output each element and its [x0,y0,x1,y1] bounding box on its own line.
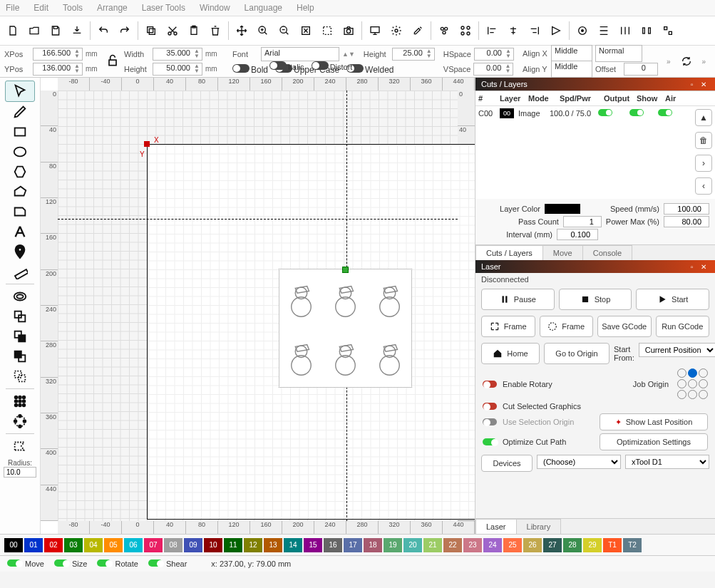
bool-3-icon[interactable] [6,366,34,386]
save-gcode-button[interactable]: Save GCode [597,316,652,337]
undo-icon[interactable] [93,21,113,41]
palette-swatch[interactable]: 12 [244,538,262,552]
polygon-tool-icon[interactable] [6,182,34,202]
offset-input[interactable]: 0 [624,63,658,76]
open-file-icon[interactable] [24,21,44,41]
distribute-1-icon[interactable] [594,21,614,41]
menu-laser-tools[interactable]: Laser Tools [142,3,185,13]
layer-prev-icon[interactable]: ‹ [695,177,712,195]
tab-library[interactable]: Library [516,519,562,534]
ungroup-icon[interactable] [456,21,475,41]
palette-swatch[interactable]: 28 [563,538,582,552]
font-height-input[interactable]: 25.00▲▼ [392,48,435,61]
palette-swatch[interactable]: 23 [463,538,482,552]
zoom-in-icon[interactable] [253,21,273,41]
palette-swatch[interactable]: 15 [304,538,322,552]
measure-tool-icon[interactable] [6,262,34,282]
layer-delete-icon[interactable]: 🗑 [695,132,712,149]
aligny-select[interactable]: Middle [551,61,592,78]
palette-swatch[interactable]: 27 [543,538,562,552]
tools-icon[interactable] [408,21,428,41]
palette-swatch[interactable]: 13 [264,538,282,552]
import-icon[interactable] [67,21,87,41]
status-shear-toggle[interactable] [148,559,163,567]
tab-laser[interactable]: Laser [475,519,517,534]
show-last-button[interactable]: ✦Show Last Position [600,413,708,430]
frame-circle-button[interactable]: Frame [540,316,594,337]
palette-swatch[interactable]: 02 [44,538,63,552]
width-input[interactable]: 35.000▲▼ [153,48,202,61]
marker-tool-icon[interactable] [6,242,34,262]
show-toggle[interactable] [629,109,644,116]
align-2-icon[interactable] [503,21,523,41]
array-grid-icon[interactable] [6,391,34,411]
layer-up-icon[interactable]: ▲ [695,109,712,126]
draw-tool-icon[interactable] [6,102,34,122]
palette-swatch[interactable]: 20 [403,538,422,552]
pass-input[interactable] [563,216,602,227]
startfrom-select[interactable]: Current Position [639,343,715,357]
palette-swatch[interactable]: 03 [64,538,83,552]
palette-swatch[interactable]: 08 [164,538,182,552]
menu-language[interactable]: Language [245,3,282,13]
palette-swatch[interactable]: 22 [443,538,462,552]
mirror-icon[interactable] [711,51,715,71]
camera-icon[interactable] [339,21,359,41]
array-radial-icon[interactable] [6,411,34,431]
zoom-out-icon[interactable] [274,21,294,41]
group-icon[interactable] [434,21,454,41]
palette-swatch[interactable]: 05 [104,538,123,552]
ypos-input[interactable]: 136.000▲▼ [33,63,83,76]
job-origin-grid[interactable] [677,368,708,399]
palette-swatch[interactable]: 09 [184,538,202,552]
bezier-tool-icon[interactable] [6,202,34,222]
bold-toggle[interactable] [232,64,250,73]
palette-swatch[interactable]: 29 [583,538,602,552]
select-tool-icon[interactable] [5,81,35,102]
tab-cuts[interactable]: Cuts / Layers [475,245,543,260]
align-1-icon[interactable] [482,21,502,41]
redo-icon[interactable] [115,21,135,41]
height-input[interactable]: 50.000▲▼ [153,63,202,76]
device-select[interactable]: xTool D1 [625,455,709,469]
canvas[interactable]: -80-4004080120160200240280320360440 0408… [41,78,475,534]
palette-swatch[interactable]: 07 [144,538,163,552]
menu-arrange[interactable]: Arrange [97,3,128,13]
optimization-button[interactable]: Optimization Settings [600,433,708,450]
palette-swatch[interactable]: 04 [84,538,103,552]
pmax-input[interactable] [664,216,709,227]
status-move-toggle[interactable] [7,559,21,567]
menu-tools[interactable]: Tools [63,3,83,13]
offset-tool-icon[interactable] [6,287,34,306]
save-file-icon[interactable] [46,21,66,41]
optimize-toggle[interactable] [483,438,497,445]
output-toggle[interactable] [598,109,612,116]
ellipse-tool-icon[interactable] [6,142,34,162]
pan-icon[interactable] [232,21,252,41]
menu-help[interactable]: Help [297,3,314,13]
hexagon-tool-icon[interactable] [6,162,34,182]
distribute-3-icon[interactable] [637,21,657,41]
pause-button[interactable]: Pause [481,289,555,310]
palette-swatch[interactable]: 01 [24,538,43,552]
palette-swatch[interactable]: 11 [224,538,242,552]
frame-rect-button[interactable]: Frame [481,316,535,337]
italic-toggle[interactable] [269,61,287,70]
refresh-icon[interactable] [677,51,696,71]
port-select[interactable]: (Choose) [537,455,621,469]
distribute-4-icon[interactable] [658,21,678,41]
palette-swatch[interactable]: T2 [623,538,642,552]
stop-button[interactable]: Stop [559,289,632,310]
cut-selected-toggle[interactable] [483,403,497,410]
palette-swatch[interactable]: 24 [483,538,502,552]
distort-toggle[interactable] [312,61,329,70]
use-selection-toggle[interactable] [483,418,497,425]
new-file-icon[interactable] [3,21,23,41]
status-rotate-toggle[interactable] [97,559,111,567]
tab-console[interactable]: Console [582,245,632,260]
align-4-icon[interactable] [546,21,566,41]
start-button[interactable]: Start [636,289,709,310]
palette-swatch[interactable]: 10 [204,538,222,552]
hspace-input[interactable]: 0.00▲▼ [474,48,514,61]
devices-button[interactable]: Devices [481,455,533,472]
